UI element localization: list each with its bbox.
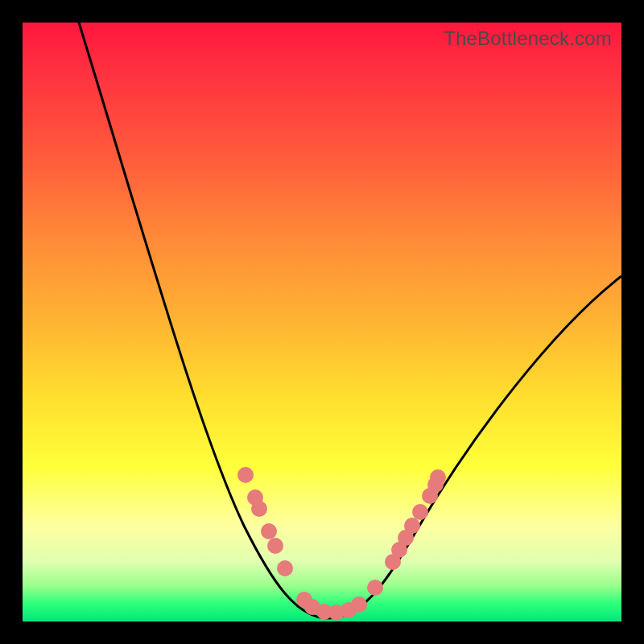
data-marker <box>367 580 383 596</box>
data-marker <box>261 523 277 539</box>
chart-frame: TheBottleneck.com <box>0 0 644 644</box>
data-marker <box>267 538 283 554</box>
data-marker <box>237 467 254 483</box>
data-marker <box>412 504 428 520</box>
data-marker <box>351 597 367 613</box>
data-marker <box>404 518 420 534</box>
data-marker <box>251 501 267 517</box>
chart-svg <box>23 23 621 621</box>
bottleneck-curve <box>79 23 621 618</box>
data-marker <box>277 560 293 576</box>
plot-area: TheBottleneck.com <box>23 23 621 621</box>
data-marker <box>430 469 446 485</box>
marker-group <box>237 467 446 621</box>
